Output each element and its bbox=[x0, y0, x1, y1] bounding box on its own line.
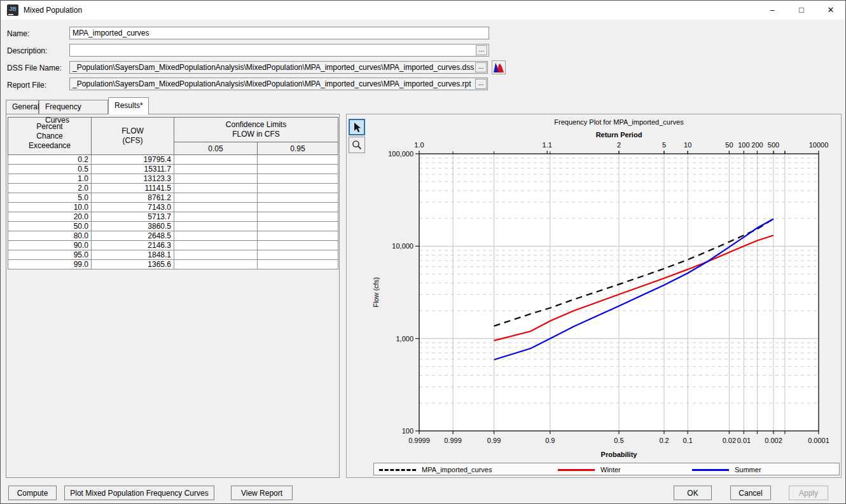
tab-results[interactable]: Results* bbox=[108, 97, 149, 114]
flow-cell[interactable]: 2648.5 bbox=[92, 231, 174, 241]
ci-high-cell[interactable] bbox=[258, 241, 338, 250]
table-row[interactable]: 80.02648.5 bbox=[8, 231, 338, 241]
percent-cell[interactable]: 95.0 bbox=[8, 250, 92, 260]
report-file-input[interactable]: _Population\SayersDam_MixedPopulationAna… bbox=[69, 78, 488, 90]
percent-cell[interactable]: 50.0 bbox=[8, 222, 92, 231]
table-row[interactable]: 1.013123.3 bbox=[8, 174, 338, 184]
minimize-button[interactable]: – bbox=[758, 1, 787, 20]
ci-high-cell[interactable] bbox=[258, 260, 338, 269]
flow-cell[interactable]: 15311.7 bbox=[92, 165, 174, 174]
ci-low-cell[interactable] bbox=[174, 174, 258, 184]
cancel-button[interactable]: Cancel bbox=[730, 486, 771, 500]
percent-cell[interactable]: 10.0 bbox=[8, 203, 92, 212]
ci-low-cell[interactable] bbox=[174, 193, 258, 203]
ci-low-cell[interactable] bbox=[174, 203, 258, 212]
flow-axis: 1001,00010,000100,000 bbox=[388, 150, 419, 435]
ci-low-cell[interactable] bbox=[174, 241, 258, 250]
table-row[interactable]: 99.01365.6 bbox=[8, 260, 338, 269]
flow-cell[interactable]: 11141.5 bbox=[92, 184, 174, 193]
description-input[interactable] bbox=[69, 44, 489, 57]
table-row[interactable]: 0.515311.7 bbox=[8, 165, 338, 174]
percent-cell[interactable]: 99.0 bbox=[8, 260, 92, 269]
ci-high-cell[interactable] bbox=[258, 203, 338, 212]
percent-cell[interactable]: 0.5 bbox=[8, 165, 92, 174]
svg-text:0.9999: 0.9999 bbox=[408, 437, 430, 444]
table-row[interactable]: 50.03860.5 bbox=[8, 222, 338, 231]
ci-high-cell[interactable] bbox=[258, 231, 338, 241]
percent-cell[interactable]: 1.0 bbox=[8, 174, 92, 184]
ci-low-cell[interactable] bbox=[174, 250, 258, 260]
flow-cell[interactable]: 13123.3 bbox=[92, 174, 174, 184]
flow-cell[interactable]: 1848.1 bbox=[92, 250, 174, 260]
table-row[interactable]: 95.01848.1 bbox=[8, 250, 338, 260]
ci-high-cell[interactable] bbox=[258, 165, 338, 174]
svg-text:500: 500 bbox=[768, 141, 779, 149]
ci-high-cell[interactable] bbox=[258, 174, 338, 184]
ci-high-cell[interactable] bbox=[258, 250, 338, 260]
flow-cell[interactable]: 8761.2 bbox=[92, 193, 174, 203]
flow-cell[interactable]: 1365.6 bbox=[92, 260, 174, 269]
flow-cell[interactable]: 7143.0 bbox=[92, 203, 174, 212]
ci-low-cell[interactable] bbox=[174, 222, 258, 231]
ci-high-cell[interactable] bbox=[258, 193, 338, 203]
percent-cell[interactable]: 5.0 bbox=[8, 193, 92, 203]
table-row[interactable]: 2.011141.5 bbox=[8, 184, 338, 193]
table-row[interactable]: 90.02146.3 bbox=[8, 241, 338, 250]
percent-cell[interactable]: 2.0 bbox=[8, 184, 92, 193]
maximize-button[interactable]: □ bbox=[787, 1, 816, 20]
svg-text:2: 2 bbox=[617, 141, 621, 149]
flow-cell[interactable]: 5713.7 bbox=[92, 212, 174, 222]
svg-text:0.9: 0.9 bbox=[545, 437, 555, 444]
flow-cell[interactable]: 2146.3 bbox=[92, 241, 174, 250]
dss-file-input[interactable]: _Population\SayersDam_MixedPopulationAna… bbox=[69, 61, 488, 74]
dss-plot-button[interactable] bbox=[492, 60, 506, 74]
apply-button[interactable]: Apply bbox=[789, 486, 828, 500]
svg-text:0.1: 0.1 bbox=[683, 437, 693, 444]
compute-button[interactable]: Compute bbox=[8, 486, 57, 500]
percent-cell[interactable]: 0.2 bbox=[8, 155, 92, 165]
svg-text:0.0001: 0.0001 bbox=[808, 437, 829, 444]
pointer-tool-button[interactable] bbox=[349, 119, 365, 135]
frequency-plot[interactable]: 1.01.1251050100200500100000.99990.9990.9… bbox=[347, 114, 841, 461]
ci-low-cell[interactable] bbox=[174, 260, 258, 269]
percent-cell[interactable]: 90.0 bbox=[8, 241, 92, 250]
ci-high-cell[interactable] bbox=[258, 155, 338, 165]
legend-swatch-mpa bbox=[379, 469, 416, 471]
percent-cell[interactable]: 20.0 bbox=[8, 212, 92, 222]
results-table-body: 0.219795.40.515311.71.013123.32.011141.5… bbox=[8, 155, 338, 269]
ci-high-cell[interactable] bbox=[258, 222, 338, 231]
results-table: Percent Chance Exceedance FLOW (CFS) Con… bbox=[8, 117, 338, 269]
flow-cell[interactable]: 19795.4 bbox=[92, 155, 174, 165]
description-label: Description: bbox=[7, 46, 47, 55]
ci-low-cell[interactable] bbox=[174, 212, 258, 222]
view-report-button[interactable]: View Report bbox=[231, 486, 293, 500]
table-row[interactable]: 20.05713.7 bbox=[8, 212, 338, 222]
ci-low-cell[interactable] bbox=[174, 231, 258, 241]
report-file-browse-button[interactable]: ... bbox=[475, 79, 487, 89]
ci-low-cell[interactable] bbox=[174, 165, 258, 174]
legend-label-summer: Summer bbox=[735, 466, 761, 473]
tab-frequency-curves[interactable]: Frequency Curves bbox=[39, 100, 108, 114]
svg-text:100,000: 100,000 bbox=[388, 150, 413, 158]
ci-high-cell[interactable] bbox=[258, 212, 338, 222]
table-row[interactable]: 10.07143.0 bbox=[8, 203, 338, 212]
dss-file-browse-button[interactable]: ... bbox=[475, 62, 487, 72]
table-row[interactable]: 0.219795.4 bbox=[8, 155, 338, 165]
zoom-tool-button[interactable] bbox=[349, 137, 365, 153]
svg-text:50: 50 bbox=[725, 141, 733, 149]
plot-mixed-population-button[interactable]: Plot Mixed Population Frequency Curves bbox=[64, 486, 214, 500]
name-label: Name: bbox=[7, 29, 29, 38]
title-bar: JB Mixed Population – □ ✕ bbox=[1, 1, 845, 20]
close-button[interactable]: ✕ bbox=[816, 1, 845, 20]
ok-button[interactable]: OK bbox=[674, 486, 712, 500]
flow-cell[interactable]: 3860.5 bbox=[92, 222, 174, 231]
ci-high-cell[interactable] bbox=[258, 184, 338, 193]
table-row[interactable]: 5.08761.2 bbox=[8, 193, 338, 203]
ci-low-cell[interactable] bbox=[174, 184, 258, 193]
magnifier-icon bbox=[352, 140, 362, 150]
percent-cell[interactable]: 80.0 bbox=[8, 231, 92, 241]
tab-general[interactable]: General bbox=[6, 100, 39, 114]
ci-low-cell[interactable] bbox=[174, 155, 258, 165]
description-browse-button[interactable]: ... bbox=[476, 45, 487, 55]
name-input[interactable]: MPA_imported_curves bbox=[69, 27, 489, 39]
